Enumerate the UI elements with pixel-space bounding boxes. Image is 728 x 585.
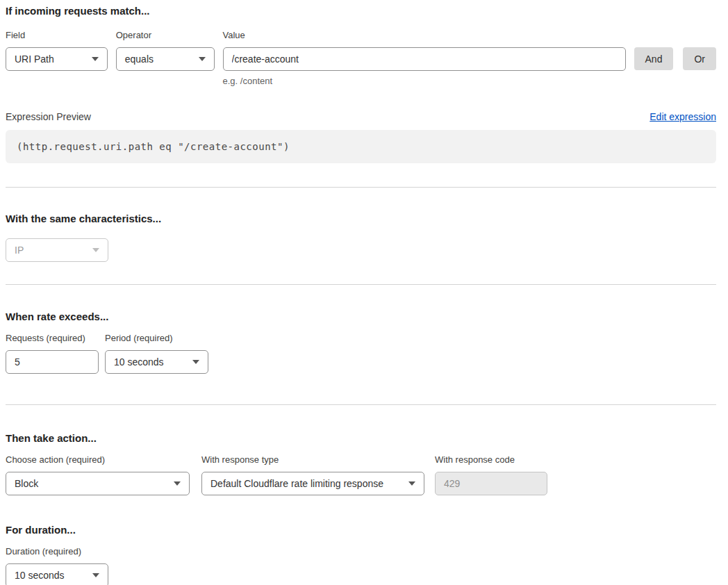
chevron-down-icon <box>174 481 181 486</box>
response-type-label: With response type <box>201 455 424 465</box>
duration-select-value: 10 seconds <box>15 570 65 581</box>
operator-label: Operator <box>116 31 215 40</box>
edit-expression-link[interactable]: Edit expression <box>650 111 716 122</box>
characteristic-select: IP <box>6 238 108 262</box>
duration-section-heading: For duration... <box>6 525 716 536</box>
rate-row: Requests (required) Period (required) 10… <box>6 333 716 374</box>
period-select-value: 10 seconds <box>114 356 164 368</box>
expression-preview-header: Expression Preview Edit expression <box>6 111 716 122</box>
value-label: Value <box>223 31 626 40</box>
value-input[interactable] <box>223 47 626 71</box>
response-code-label: With response code <box>435 455 547 465</box>
match-section-heading: If incoming requests match... <box>6 6 716 17</box>
rate-limiting-rule-form: If incoming requests match... Field URI … <box>0 0 728 585</box>
operator-select[interactable]: equals <box>116 47 215 71</box>
logic-buttons: And Or <box>634 47 716 70</box>
or-button[interactable]: Or <box>683 47 716 70</box>
match-builder-row: Field URI Path Operator equals Value e.g… <box>6 31 716 86</box>
response-code-input <box>435 472 547 495</box>
chevron-down-icon <box>199 57 206 61</box>
chevron-down-icon <box>92 248 99 252</box>
value-hint: e.g. /content <box>223 76 626 86</box>
chevron-down-icon <box>192 360 199 364</box>
response-type-select[interactable]: Default Cloudflare rate limiting respons… <box>201 472 424 495</box>
and-button[interactable]: And <box>634 47 674 70</box>
expression-preview-label: Expression Preview <box>6 112 91 122</box>
chevron-down-icon <box>92 57 99 61</box>
requests-input[interactable] <box>6 350 99 374</box>
action-section-heading: Then take action... <box>6 433 716 444</box>
chevron-down-icon <box>92 573 99 577</box>
expression-preview-code: (http.request.uri.path eq "/create-accou… <box>6 130 716 163</box>
choose-action-select[interactable]: Block <box>6 472 190 495</box>
field-label: Field <box>6 31 108 40</box>
duration-label: Duration (required) <box>6 547 108 557</box>
section-divider <box>6 284 716 285</box>
operator-select-value: equals <box>125 53 154 65</box>
characteristic-select-value: IP <box>15 245 24 256</box>
field-select-value: URI Path <box>15 53 54 65</box>
section-divider <box>6 187 716 188</box>
rate-section-heading: When rate exceeds... <box>6 311 716 322</box>
period-label: Period (required) <box>105 333 208 343</box>
characteristics-section-heading: With the same characteristics... <box>6 213 716 224</box>
field-select[interactable]: URI Path <box>6 47 108 71</box>
section-divider <box>6 404 716 405</box>
response-type-select-value: Default Cloudflare rate limiting respons… <box>210 478 383 489</box>
duration-select[interactable]: 10 seconds <box>6 563 108 585</box>
choose-action-label: Choose action (required) <box>6 455 190 465</box>
chevron-down-icon <box>408 481 415 486</box>
action-row: Choose action (required) Block With resp… <box>6 455 716 495</box>
requests-label: Requests (required) <box>6 333 99 343</box>
choose-action-select-value: Block <box>15 478 38 489</box>
period-select[interactable]: 10 seconds <box>105 350 208 374</box>
